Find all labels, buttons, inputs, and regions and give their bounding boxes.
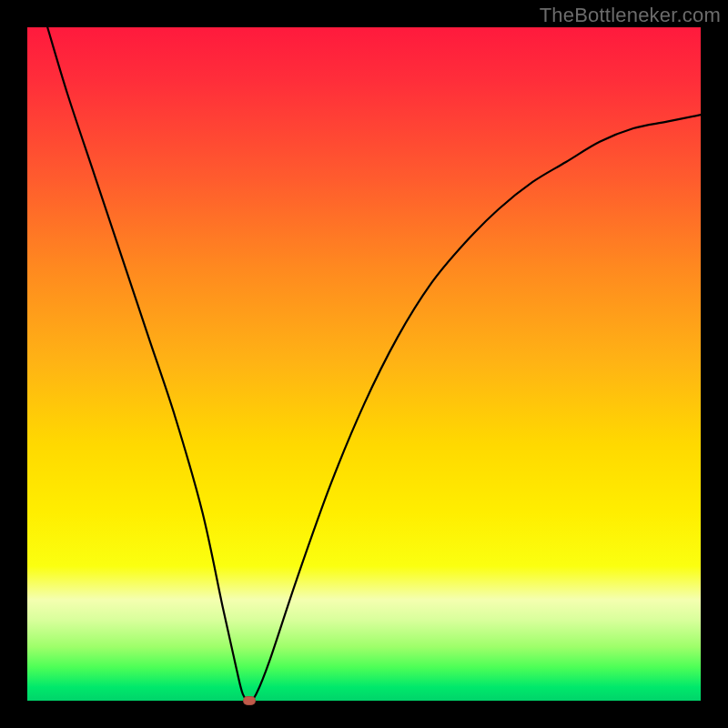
plot-area xyxy=(27,27,701,701)
watermark-text: TheBottleneker.com xyxy=(540,4,721,27)
minimum-marker xyxy=(243,696,256,705)
bottleneck-curve xyxy=(27,27,701,701)
chart-frame: TheBottleneker.com xyxy=(0,0,728,728)
